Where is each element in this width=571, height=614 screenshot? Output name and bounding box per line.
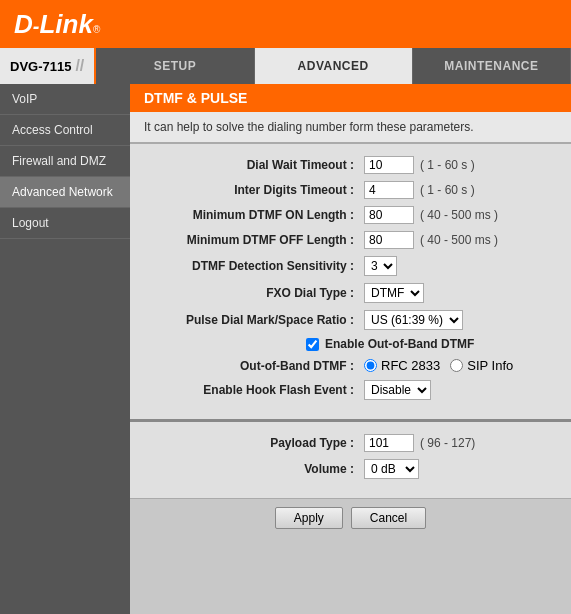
sidebar-item-firewall-dmz[interactable]: Firewall and DMZ: [0, 146, 130, 177]
dtmf-sensitivity-label: DTMF Detection Sensitivity :: [144, 259, 364, 273]
tab-maintenance[interactable]: MAINTENANCE: [413, 48, 571, 84]
dtmf-off-hint: ( 40 - 500 ms ): [420, 233, 498, 247]
tab-advanced[interactable]: ADVANCED: [255, 48, 413, 84]
oob-radio-sipinfo[interactable]: [450, 359, 463, 372]
enable-oob-checkbox[interactable]: [306, 338, 319, 351]
dial-wait-hint: ( 1 - 60 s ): [420, 158, 475, 172]
content-area: DTMF & PULSE It can help to solve the di…: [130, 84, 571, 614]
tabbar: DVG-7115 // SETUP ADVANCED MAINTENANCE: [0, 48, 571, 84]
row-inter-digits: Inter Digits Timeout : ( 1 - 60 s ): [144, 181, 557, 199]
oob-radio-rfc2833[interactable]: [364, 359, 377, 372]
row-pulse-ratio: Pulse Dial Mark/Space Ratio : US (61:39 …: [144, 310, 557, 330]
hook-flash-label: Enable Hook Flash Event :: [144, 383, 364, 397]
sidebar-item-voip[interactable]: VoIP: [0, 84, 130, 115]
oob-option-sipinfo[interactable]: SIP Info: [450, 358, 513, 373]
header: D - Link ®: [0, 0, 571, 48]
logo-link: Link: [39, 9, 92, 40]
form-area-main: Dial Wait Timeout : ( 1 - 60 s ) Inter D…: [130, 144, 571, 422]
fxo-dial-label: FXO Dial Type :: [144, 286, 364, 300]
apply-button[interactable]: Apply: [275, 507, 343, 529]
oob-radio-group: RFC 2833 SIP Info: [364, 358, 513, 373]
payload-type-hint: ( 96 - 127): [420, 436, 475, 450]
logo-dash: -: [33, 15, 40, 38]
dtmf-sensitivity-select[interactable]: 12345: [364, 256, 397, 276]
row-oob-dtmf: Out-of-Band DTMF : RFC 2833 SIP Info: [144, 358, 557, 373]
cancel-button[interactable]: Cancel: [351, 507, 426, 529]
oob-dtmf-label: Out-of-Band DTMF :: [144, 359, 364, 373]
oob-sipinfo-text: SIP Info: [467, 358, 513, 373]
dtmf-on-label: Minimum DTMF ON Length :: [144, 208, 364, 222]
device-slashes: //: [75, 57, 84, 75]
row-dtmf-sensitivity: DTMF Detection Sensitivity : 12345: [144, 256, 557, 276]
dial-wait-input[interactable]: [364, 156, 414, 174]
payload-type-label: Payload Type :: [144, 436, 364, 450]
volume-select[interactable]: 0 dB -3 dB 3 dB: [364, 459, 419, 479]
sidebar: VoIP Access Control Firewall and DMZ Adv…: [0, 84, 130, 614]
device-label: DVG-7115 //: [0, 48, 96, 84]
dial-wait-label: Dial Wait Timeout :: [144, 158, 364, 172]
oob-rfc2833-text: RFC 2833: [381, 358, 440, 373]
main-layout: VoIP Access Control Firewall and DMZ Adv…: [0, 84, 571, 614]
row-enable-oob: Enable Out-of-Band DTMF: [144, 337, 557, 351]
dtmf-off-label: Minimum DTMF OFF Length :: [144, 233, 364, 247]
device-name: DVG-7115: [10, 59, 71, 74]
sidebar-item-logout[interactable]: Logout: [0, 208, 130, 239]
row-dial-wait: Dial Wait Timeout : ( 1 - 60 s ): [144, 156, 557, 174]
enable-oob-label: Enable Out-of-Band DTMF: [325, 337, 474, 351]
row-fxo-dial: FXO Dial Type : DTMF Pulse: [144, 283, 557, 303]
row-volume: Volume : 0 dB -3 dB 3 dB: [144, 459, 557, 479]
pulse-ratio-label: Pulse Dial Mark/Space Ratio :: [144, 313, 364, 327]
form-area-secondary: Payload Type : ( 96 - 127) Volume : 0 dB…: [130, 422, 571, 498]
hook-flash-select[interactable]: Disable Enable: [364, 380, 431, 400]
section-title: DTMF & PULSE: [130, 84, 571, 112]
pulse-ratio-select[interactable]: US (61:39 %) UK (67:33 %): [364, 310, 463, 330]
inter-digits-label: Inter Digits Timeout :: [144, 183, 364, 197]
inter-digits-input[interactable]: [364, 181, 414, 199]
logo-reg: ®: [93, 24, 100, 35]
dtmf-on-input[interactable]: [364, 206, 414, 224]
inter-digits-hint: ( 1 - 60 s ): [420, 183, 475, 197]
row-hook-flash: Enable Hook Flash Event : Disable Enable: [144, 380, 557, 400]
section-description: It can help to solve the dialing number …: [130, 112, 571, 144]
sidebar-item-advanced-network[interactable]: Advanced Network: [0, 177, 130, 208]
dtmf-off-input[interactable]: [364, 231, 414, 249]
oob-option-rfc2833[interactable]: RFC 2833: [364, 358, 440, 373]
row-dtmf-off: Minimum DTMF OFF Length : ( 40 - 500 ms …: [144, 231, 557, 249]
tabs-container: SETUP ADVANCED MAINTENANCE: [96, 48, 571, 84]
logo: D - Link ®: [14, 9, 100, 40]
row-dtmf-on: Minimum DTMF ON Length : ( 40 - 500 ms ): [144, 206, 557, 224]
dtmf-on-hint: ( 40 - 500 ms ): [420, 208, 498, 222]
logo-text: D: [14, 9, 33, 40]
volume-label: Volume :: [144, 462, 364, 476]
sidebar-item-access-control[interactable]: Access Control: [0, 115, 130, 146]
fxo-dial-select[interactable]: DTMF Pulse: [364, 283, 424, 303]
footer-bar: Apply Cancel: [130, 498, 571, 537]
row-payload-type: Payload Type : ( 96 - 127): [144, 434, 557, 452]
payload-type-input[interactable]: [364, 434, 414, 452]
tab-setup[interactable]: SETUP: [96, 48, 254, 84]
